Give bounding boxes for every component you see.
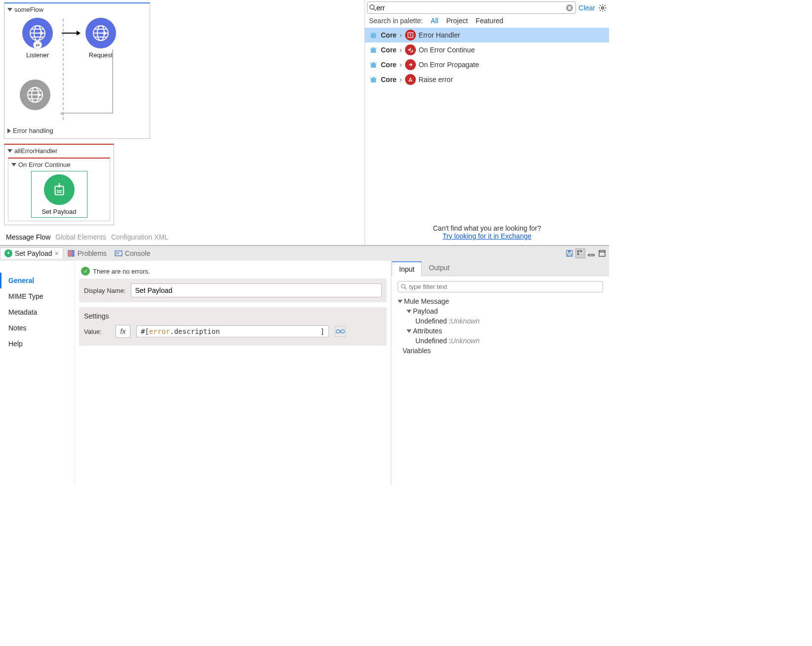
chevron-right-icon: ›	[400, 31, 402, 39]
tree-mule-message[interactable]: Mule Message	[398, 296, 603, 306]
filter-label: Search in palette:	[369, 17, 423, 25]
canvas[interactable]: someFlow	[0, 0, 365, 245]
minimize-icon[interactable]	[586, 248, 596, 258]
tab-input[interactable]: Input	[392, 261, 422, 276]
filter-all[interactable]: All	[431, 17, 439, 25]
tab-global-elements[interactable]: Global Elements	[55, 233, 106, 241]
svg-rect-35	[577, 253, 579, 255]
value-label: Value:	[84, 328, 110, 335]
palette-search-input[interactable]	[376, 4, 566, 12]
flow-header[interactable]: someFlow	[6, 5, 148, 15]
tab-output[interactable]: Output	[422, 261, 456, 276]
globe-icon	[25, 85, 45, 105]
tab-message-flow[interactable]: Message Flow	[6, 233, 50, 241]
display-name-label: Display Name:	[84, 287, 126, 294]
exchange-badge-icon: ⇄	[33, 40, 42, 49]
tree-payload-value[interactable]: Undefined : Unknown	[415, 316, 603, 326]
svg-rect-37	[599, 250, 605, 256]
maximize-icon[interactable]	[597, 248, 607, 258]
tab-problems[interactable]: Problems	[63, 248, 111, 259]
error-icon	[405, 74, 416, 85]
search-icon	[369, 4, 376, 11]
chevron-right-icon: ›	[400, 76, 402, 83]
display-name-input[interactable]	[131, 283, 382, 297]
tree-variables[interactable]: Variables	[398, 346, 603, 356]
tree-attributes[interactable]: Attributes	[406, 326, 603, 336]
properties-panel: Set Payload × Problems Console	[0, 245, 609, 484]
arrow-icon	[62, 33, 77, 34]
palette-footer-text: Can't find what you are looking for?	[367, 224, 607, 232]
svg-rect-36	[588, 254, 594, 256]
nav-general[interactable]: General	[0, 273, 75, 288]
tree-payload[interactable]: Payload	[406, 306, 603, 316]
clear-button[interactable]: Clear	[579, 4, 595, 12]
expand-icon[interactable]	[7, 149, 12, 153]
svg-point-39	[402, 284, 406, 288]
dataweave-icon[interactable]	[335, 326, 346, 337]
nav-mime-type[interactable]: MIME Type	[0, 288, 75, 304]
svg-point-21	[602, 6, 604, 9]
svg-rect-31	[568, 250, 570, 252]
node-listener[interactable]: ⇄ Listener	[15, 18, 60, 59]
flow-title: someFlow	[14, 6, 43, 13]
svg-rect-25	[68, 250, 71, 256]
nav-metadata[interactable]: Metadata	[0, 304, 75, 320]
error-icon	[405, 30, 416, 40]
tab-console[interactable]: Console	[111, 248, 154, 259]
mule-icon	[369, 31, 378, 40]
palette-item-on-error-propagate[interactable]: Core › On Error Propagate	[365, 57, 609, 72]
properties-nav: General MIME Type Metadata Notes Help	[0, 261, 75, 484]
clear-field-icon[interactable]	[566, 4, 573, 12]
svg-point-18	[370, 4, 374, 9]
tab-configuration-xml[interactable]: Configuration XML	[111, 233, 168, 241]
mule-icon	[369, 45, 378, 54]
filter-project[interactable]: Project	[447, 17, 468, 25]
tree-attributes-value[interactable]: Undefined : Unknown	[415, 336, 603, 346]
svg-rect-26	[72, 250, 74, 256]
filter-input[interactable]	[409, 283, 600, 290]
settings-label: Settings	[84, 312, 382, 320]
flow-allerrorhandler[interactable]: allErrorHandler On Error Continue	[4, 144, 114, 225]
chevron-right-icon: ›	[400, 61, 402, 69]
close-icon[interactable]: ×	[55, 249, 59, 257]
palette-search[interactable]	[367, 1, 576, 14]
node-error[interactable]	[15, 80, 55, 110]
tab-set-payload[interactable]: Set Payload ×	[0, 247, 63, 259]
tree-icon[interactable]	[575, 248, 585, 258]
node-set-payload[interactable]: Set Payload	[31, 171, 87, 218]
exchange-link[interactable]: Try looking for it in Exchange	[443, 232, 531, 240]
svg-rect-32	[568, 254, 571, 256]
svg-rect-34	[580, 250, 582, 252]
filter-box[interactable]	[398, 281, 603, 292]
svg-line-19	[374, 8, 376, 10]
nav-help[interactable]: Help	[0, 336, 75, 352]
expand-icon[interactable]	[7, 8, 12, 11]
filter-featured[interactable]: Featured	[476, 17, 503, 25]
nav-notes[interactable]: Notes	[0, 320, 75, 336]
expand-icon[interactable]	[11, 163, 16, 166]
expand-icon[interactable]	[7, 128, 11, 133]
svg-line-40	[405, 287, 407, 289]
palette-item-raise-error[interactable]: Core › Raise error	[365, 72, 609, 87]
save-icon[interactable]	[565, 248, 574, 258]
fx-button[interactable]: fx	[116, 325, 130, 338]
console-icon	[115, 249, 122, 257]
svg-rect-33	[577, 250, 579, 252]
mule-icon	[369, 75, 378, 84]
on-error-continue-box[interactable]: On Error Continue Set Payload	[8, 158, 110, 221]
palette-item-on-error-continue[interactable]: Core › On Error Continue	[365, 42, 609, 57]
metadata-tree: Mule Message Payload Undefined : Unknown…	[398, 296, 603, 356]
ok-icon: ✓	[81, 267, 90, 276]
error-icon	[405, 44, 416, 55]
search-icon	[401, 284, 407, 290]
flow-someflow[interactable]: someFlow	[4, 2, 150, 139]
error-handling-section[interactable]: Error handling	[6, 125, 148, 136]
gear-icon[interactable]	[598, 3, 607, 12]
svg-point-24	[410, 36, 411, 37]
value-input[interactable]: #[ error .description ]	[136, 325, 329, 337]
chevron-right-icon: ›	[400, 46, 402, 54]
palette-item-error-handler[interactable]: Core › Error Handler	[365, 28, 609, 42]
globe-icon	[91, 23, 111, 43]
error-icon	[405, 59, 416, 70]
set-payload-icon	[4, 249, 12, 257]
